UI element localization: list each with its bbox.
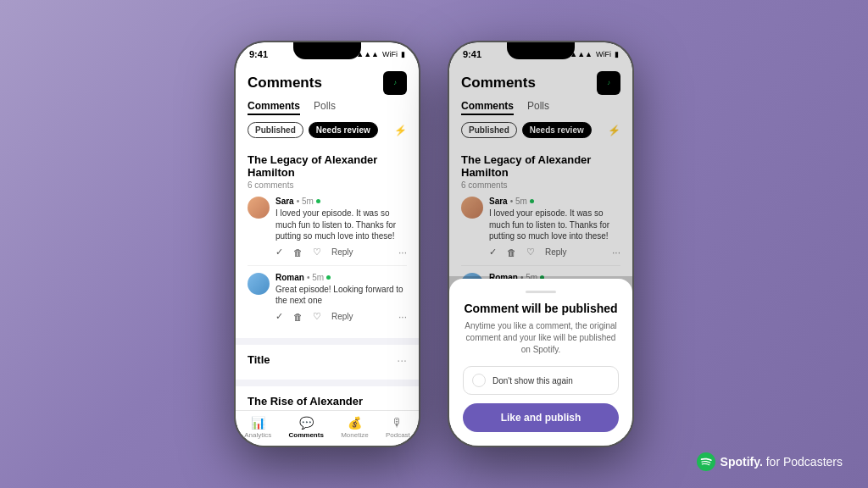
tab-polls-left[interactable]: Polls — [314, 100, 336, 115]
spotify-brand: Spotify. — [721, 455, 766, 469]
section-title-plain-left: Title — [248, 353, 270, 366]
avatar-roman-left — [248, 273, 270, 295]
comment-body-roman-left: Roman • 5m Great episode! Looking forwar… — [275, 273, 407, 323]
author-sara-left: Sara — [275, 197, 294, 206]
delete-icon-roman-left[interactable]: 🗑 — [293, 312, 303, 322]
avatar-sara-left — [248, 197, 270, 219]
section-subtitle-1-left: 6 comments — [248, 180, 407, 190]
modal-sheet: Comment will be published Anytime you li… — [449, 279, 632, 446]
podcast-label-left: Podcast — [386, 431, 410, 439]
comment-roman-left: Roman • 5m Great episode! Looking forwar… — [248, 273, 407, 330]
screen-left: Comments ♪ Comments Polls Published Need… — [236, 63, 419, 446]
phone-left-inner: 9:41 ▲▲▲ WiFi ▮ Comments ♪ Comments — [236, 42, 419, 446]
analytics-label-left: Analytics — [244, 431, 271, 439]
comments-icon-left: 💬 — [299, 416, 314, 430]
section-hamilton-legacy-left: The Legacy of Alexander Hamilton 6 comme… — [236, 145, 419, 338]
modal-handle — [526, 291, 556, 293]
nav-comments-left[interactable]: 💬 Comments — [288, 416, 323, 439]
screen-header-left: Comments ♪ — [236, 63, 419, 100]
more-btn-sara-left[interactable]: ··· — [398, 247, 407, 258]
analytics-icon-left: 📊 — [251, 416, 265, 430]
spotify-for: for Podcasters — [766, 455, 843, 469]
section-hamilton-rise-left: The Rise of Alexander Hamilton 10 commen… — [236, 386, 419, 411]
filter-icon-left[interactable]: ⚡ — [394, 125, 407, 136]
author-roman-left: Roman — [275, 273, 304, 282]
comment-meta-roman-left: Roman • 5m — [275, 273, 407, 282]
phones-container: 9:41 ▲▲▲ WiFi ▮ Comments ♪ Comments — [234, 41, 634, 447]
phone-left: 9:41 ▲▲▲ WiFi ▮ Comments ♪ Comments — [234, 41, 420, 447]
scroll-area-left[interactable]: The Legacy of Alexander Hamilton 6 comme… — [236, 145, 419, 410]
like-publish-button[interactable]: Like and publish — [463, 403, 619, 432]
comment-body-sara-left: Sara • 5m I loved your episode. It was s… — [275, 197, 407, 258]
section-title-2-left: The Rise of Alexander Hamilton — [248, 395, 407, 411]
battery-icon: ▮ — [401, 50, 405, 58]
filter-published-left[interactable]: Published — [248, 122, 303, 138]
actions-sara-left: ✓ 🗑 ♡ Reply ··· — [275, 247, 407, 258]
comments-label-left: Comments — [288, 431, 323, 439]
tab-comments-left[interactable]: Comments — [248, 100, 300, 115]
notch-left — [293, 42, 361, 59]
header-icon-label: ♪ — [393, 80, 397, 86]
status-icons-left: ▲▲▲ WiFi ▮ — [356, 50, 405, 58]
actions-roman-left: ✓ 🗑 ♡ Reply ··· — [275, 311, 407, 323]
spotify-icon — [697, 452, 715, 471]
time-roman-left: • 5m — [307, 273, 324, 282]
dimmed-overlay — [449, 42, 632, 276]
dot-roman-left — [326, 275, 331, 280]
comment-meta-sara-left: Sara • 5m — [275, 197, 407, 206]
bottom-nav-left: 📊 Analytics 💬 Comments 💰 Monetize 🎙 Podc… — [236, 410, 419, 446]
tabs-left: Comments Polls — [236, 100, 419, 122]
wifi-icon: WiFi — [382, 50, 398, 58]
modal-title: Comment will be published — [463, 302, 619, 315]
text-roman-left: Great episode! Looking forward to the ne… — [275, 284, 407, 307]
section-title-1-left: The Legacy of Alexander Hamilton — [248, 153, 407, 179]
modal-overlay: Comment will be published Anytime you li… — [449, 276, 632, 446]
reply-btn-sara-left[interactable]: Reply — [331, 247, 353, 257]
monetize-icon-left: 💰 — [348, 416, 362, 430]
checkbox-label: Don't show this again — [492, 376, 573, 385]
reply-btn-roman-left[interactable]: Reply — [331, 312, 353, 321]
monetize-label-left: Monetize — [341, 431, 368, 439]
modal-description: Anytime you like a comment, the original… — [463, 320, 619, 356]
check-icon-sara-left[interactable]: ✓ — [275, 247, 283, 258]
spotify-logo: Spotify. for Podcasters — [697, 452, 843, 471]
nav-podcast-left[interactable]: 🎙 Podcast — [386, 416, 410, 439]
dot-sara-left — [316, 199, 320, 203]
phone-right-inner: 9:41 ▲▲▲ WiFi ▮ Comments ♪ Comments — [449, 42, 632, 446]
nav-monetize-left[interactable]: 💰 Monetize — [341, 416, 368, 439]
checkbox-circle[interactable] — [472, 374, 486, 387]
title-row-left: Title ··· — [248, 353, 407, 368]
filter-row-left: Published Needs review ⚡ — [236, 122, 419, 145]
page-title-left: Comments — [248, 75, 322, 92]
heart-icon-roman-left[interactable]: ♡ — [313, 311, 321, 322]
heart-icon-sara-left[interactable]: ♡ — [313, 247, 321, 258]
check-icon-roman-left[interactable]: ✓ — [275, 311, 283, 322]
nav-analytics-left[interactable]: 📊 Analytics — [244, 416, 271, 439]
more-btn-roman-left[interactable]: ··· — [398, 311, 407, 323]
spotify-text: Spotify. for Podcasters — [721, 455, 843, 469]
filter-needs-review-left[interactable]: Needs review — [309, 122, 378, 138]
delete-icon-sara-left[interactable]: 🗑 — [293, 247, 303, 258]
podcast-icon-left: 🎙 — [392, 416, 403, 430]
status-time-left: 9:41 — [249, 49, 268, 59]
section-more-left[interactable]: ··· — [397, 353, 407, 367]
text-sara-left: I loved your episode. It was so much fun… — [275, 208, 407, 242]
phone-right: 9:41 ▲▲▲ WiFi ▮ Comments ♪ Comments — [448, 41, 634, 447]
modal-checkbox-row[interactable]: Don't show this again — [463, 366, 619, 395]
comment-sara-left: Sara • 5m I loved your episode. It was s… — [248, 197, 407, 266]
section-title-left: Title ··· — [236, 345, 419, 380]
time-sara-left: • 5m — [297, 197, 314, 206]
header-icon-left[interactable]: ♪ — [383, 71, 407, 95]
